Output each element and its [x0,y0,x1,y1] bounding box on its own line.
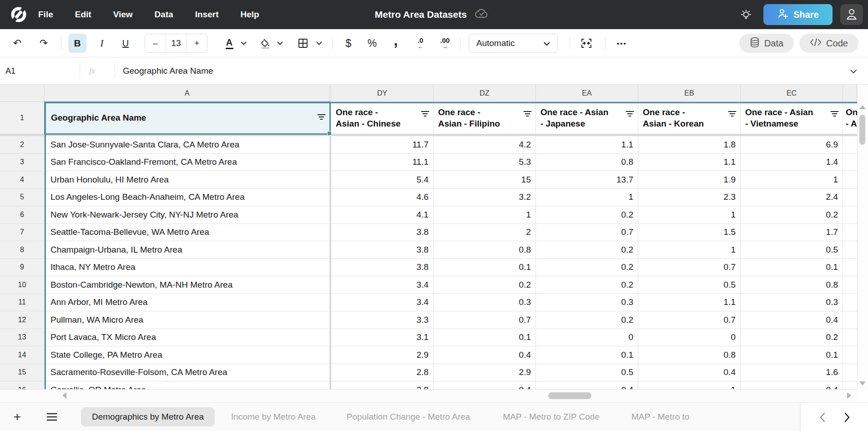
sheet-tab-1[interactable]: Demographics by Metro Area [81,407,215,426]
row-number-1[interactable]: 1 [0,102,45,134]
sheet-tab-3[interactable]: Population Change - Metro Area [344,407,473,426]
cell-EC11[interactable]: 0.3 [741,294,843,312]
cell-EC16[interactable]: 0.4 [741,381,843,389]
menu-insert[interactable]: Insert [195,10,219,20]
bold-button[interactable]: B [68,34,86,53]
cell-DZ3[interactable]: 5.3 [434,154,536,172]
percent-format-button[interactable]: % [362,34,382,53]
cell-EA9[interactable]: 0.2 [536,259,638,277]
redo-button[interactable]: ↷ [35,34,53,53]
formula-input[interactable]: Geographic Area Name [123,57,213,85]
selection-fill-handle[interactable] [327,131,332,136]
cell-EB16[interactable]: 1 [638,381,741,389]
cell-EA8[interactable]: 0.2 [536,241,638,259]
cell-DY16[interactable]: 2.8 [331,381,434,389]
cell-partial-5[interactable] [843,189,857,207]
column-letter-partial[interactable] [843,85,857,102]
underline-button[interactable]: U [116,34,135,53]
font-size-decrease-button[interactable]: – [145,34,166,52]
cell-DY6[interactable]: 4.1 [331,206,434,224]
cell-A9[interactable]: Ithaca, NY Metro Area [45,259,330,277]
row-number-8[interactable]: 8 [0,241,45,259]
cell-DY5[interactable]: 4.6 [331,189,434,207]
cell-DY14[interactable]: 2.9 [331,346,434,364]
increase-decimals-button[interactable]: .00→ [434,34,456,53]
cell-EB6[interactable]: 1 [638,206,741,224]
cell-partial-11[interactable] [843,294,857,312]
sheet-tab-4[interactable]: MAP - Metro to ZIP Code [500,407,602,426]
share-button[interactable]: Share [763,4,833,25]
cell-partial-14[interactable] [843,346,857,364]
cell-A14[interactable]: State College, PA Metro Area [45,346,330,364]
cell-EB14[interactable]: 0.8 [638,346,741,364]
text-color-chevron-icon[interactable] [237,34,249,53]
cell-reference-box[interactable]: A1 [0,57,80,85]
fill-color-chevron-icon[interactable] [274,34,286,53]
cell-partial-3[interactable] [843,154,857,172]
row-number-2[interactable]: 2 [0,136,45,154]
fill-color-button[interactable] [257,34,274,53]
row-number-12[interactable]: 12 [0,311,45,329]
row-number-9[interactable]: 9 [0,259,45,277]
borders-button[interactable] [294,34,312,53]
more-options-button[interactable]: ••• [611,34,632,53]
scroll-left-arrow[interactable] [62,392,66,399]
cell-partial-9[interactable] [843,259,857,277]
currency-format-button[interactable]: $ [338,34,358,53]
cell-EA15[interactable]: 0.5 [536,364,638,382]
header-cell-EC[interactable]: One race - Asian- Vietnamese [741,102,843,134]
cell-DZ2[interactable]: 4.2 [434,136,536,154]
cell-A11[interactable]: Ann Arbor, MI Metro Area [45,294,330,312]
scroll-up-arrow[interactable] [859,105,866,109]
cell-EA10[interactable]: 0.2 [536,276,638,294]
cell-EC13[interactable]: 0.2 [741,329,843,347]
cell-EC9[interactable]: 0.1 [741,259,843,277]
cell-EA13[interactable]: 0 [536,329,638,347]
rows-logo-icon[interactable] [10,6,27,23]
cell-DZ4[interactable]: 15 [434,171,536,189]
cell-EB12[interactable]: 0.7 [638,311,741,329]
filter-icon[interactable] [421,108,429,120]
filter-icon[interactable] [728,108,737,120]
comma-format-button[interactable]: , [386,34,406,53]
header-cell-EA[interactable]: One race - Asian- Japanese [536,102,638,134]
cell-DY2[interactable]: 11.7 [331,136,434,154]
sheet-list-menu-button[interactable] [44,408,60,426]
tips-lightbulb-icon[interactable] [740,9,752,23]
fit-cells-button[interactable] [576,34,597,53]
cell-DZ5[interactable]: 3.2 [434,189,536,207]
cell-DZ10[interactable]: 0.2 [434,276,536,294]
cell-partial-10[interactable] [843,276,857,294]
menu-help[interactable]: Help [241,10,259,20]
cell-DZ7[interactable]: 2 [434,224,536,242]
font-size-increase-button[interactable]: + [186,34,207,52]
cell-EC7[interactable]: 1.7 [741,224,843,242]
cell-DY13[interactable]: 3.1 [331,329,434,347]
cell-A13[interactable]: Port Lavaca, TX Micro Area [45,329,330,347]
cell-EC5[interactable]: 2.4 [741,189,843,207]
row-number-14[interactable]: 14 [0,346,45,364]
filter-icon[interactable] [317,112,326,122]
scroll-right-arrow[interactable] [847,392,851,399]
cell-partial-2[interactable] [843,136,857,154]
cell-A6[interactable]: New York-Newark-Jersey City, NY-NJ Metro… [45,206,330,224]
horizontal-scrollbar[interactable] [0,389,857,402]
filter-icon[interactable] [523,108,532,120]
cell-partial-8[interactable] [843,241,857,259]
cell-DY3[interactable]: 11.1 [331,154,434,172]
add-sheet-button[interactable]: + [9,408,25,426]
cell-partial-13[interactable] [843,329,857,347]
cell-EB8[interactable]: 1 [638,241,741,259]
cell-A3[interactable]: San Francisco-Oakland-Fremont, CA Metro … [45,154,330,172]
cell-EB7[interactable]: 1.5 [638,224,741,242]
cell-DY15[interactable]: 2.8 [331,364,434,382]
code-panel-button[interactable]: Code [799,34,858,53]
cell-partial-4[interactable] [843,171,857,189]
cell-EA2[interactable]: 1.1 [536,136,638,154]
menu-view[interactable]: View [113,10,133,20]
cell-DY12[interactable]: 3.3 [331,311,434,329]
sheet-tab-5[interactable]: MAP - Metro to [629,407,692,426]
cell-EC12[interactable]: 0.4 [741,311,843,329]
cell-EB9[interactable]: 0.7 [638,259,741,277]
cell-EC2[interactable]: 6.9 [741,136,843,154]
